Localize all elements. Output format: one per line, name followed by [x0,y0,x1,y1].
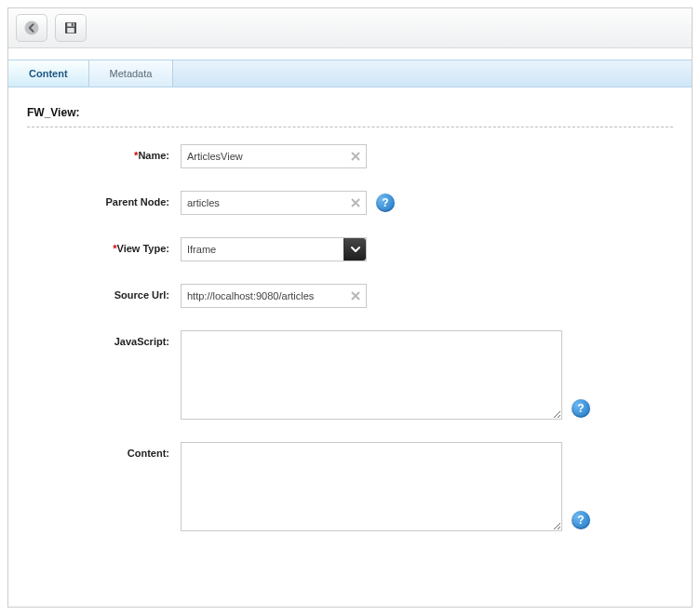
tab-content[interactable]: Content [8,60,89,87]
svg-rect-3 [72,23,74,26]
chevron-down-icon[interactable] [343,238,366,261]
row-content-field: Content: ? [27,442,673,531]
view-type-select[interactable]: Iframe [181,237,367,261]
clear-icon[interactable] [349,150,362,163]
content-textarea[interactable] [181,442,562,531]
back-button[interactable] [16,14,47,42]
tabstrip: Content Metadata [8,60,692,87]
help-icon[interactable]: ? [572,511,590,529]
svg-point-0 [25,21,39,35]
label-parent-node: Parent Node: [27,191,181,207]
parent-node-input[interactable] [181,191,367,215]
source-url-input[interactable] [181,284,367,308]
label-content: Content: [27,442,181,459]
name-input[interactable] [181,144,367,168]
help-icon[interactable]: ? [572,399,590,418]
back-arrow-icon [23,20,40,36]
section-divider [27,127,673,127]
tab-metadata-label: Metadata [110,68,153,79]
form-content: FW_View: *Name: Parent Node: [8,87,692,563]
view-type-value: Iframe [182,244,343,255]
label-name: *Name: [27,144,181,161]
row-source-url: Source Url: [27,284,673,308]
tab-content-label: Content [29,68,68,79]
help-icon[interactable]: ? [376,194,395,212]
row-javascript: JavaScript: ? [27,330,673,420]
section-title: FW_View: [27,106,673,119]
row-parent-node: Parent Node: ? [27,191,673,215]
row-name: *Name: [27,144,673,168]
save-button[interactable] [55,14,87,42]
svg-rect-4 [67,28,74,33]
label-javascript: JavaScript: [27,330,181,347]
toolbar [8,8,692,48]
clear-icon[interactable] [349,289,362,302]
clear-icon[interactable] [349,196,362,209]
save-icon [62,20,79,36]
javascript-textarea[interactable] [181,330,562,420]
row-view-type: *View Type: Iframe [27,237,673,261]
editor-panel: Content Metadata FW_View: *Name: [7,7,693,608]
label-view-type: *View Type: [27,237,181,254]
label-source-url: Source Url: [27,284,181,301]
tab-metadata[interactable]: Metadata [89,60,174,87]
